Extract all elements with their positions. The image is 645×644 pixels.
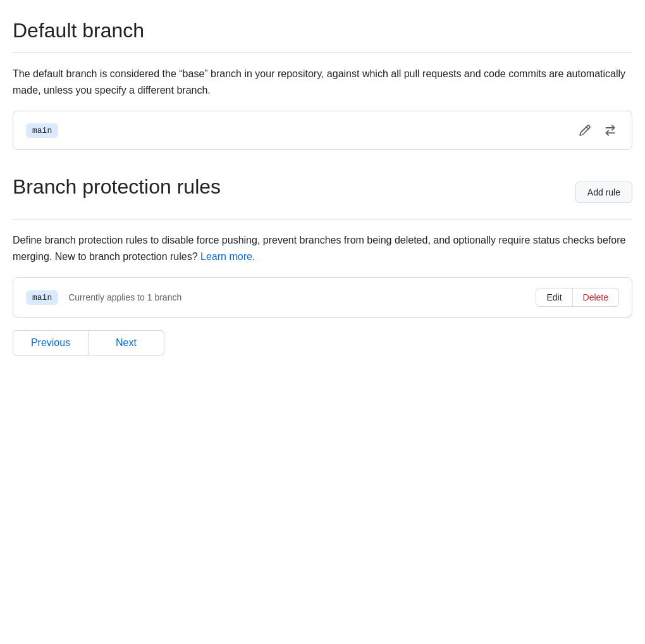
section-divider (13, 53, 632, 53)
branch-protection-header: Branch protection rules Add rule (13, 175, 632, 209)
default-branch-description: The default branch is considered the “ba… (13, 66, 632, 98)
rule-branch-tag: main (26, 290, 58, 305)
switch-icon (604, 124, 617, 137)
edit-rule-button[interactable]: Edit (536, 288, 572, 307)
default-branch-title: Default branch (13, 19, 632, 42)
pagination: Previous Next (13, 330, 632, 356)
add-rule-button[interactable]: Add rule (575, 182, 632, 203)
learn-more-link[interactable]: Learn more. (200, 251, 255, 262)
default-branch-box: main (13, 111, 632, 150)
rule-left-side: main Currently applies to 1 branch (26, 290, 181, 305)
rule-action-buttons: Edit Delete (536, 288, 619, 307)
edit-branch-button[interactable] (576, 121, 594, 139)
branch-rule-row: main Currently applies to 1 branch Edit … (13, 277, 632, 318)
description-text: Define branch protection rules to disabl… (13, 235, 625, 262)
delete-rule-button[interactable]: Delete (573, 288, 619, 307)
switch-branch-button[interactable] (601, 121, 619, 139)
previous-button[interactable]: Previous (13, 330, 89, 356)
protection-divider (13, 219, 632, 220)
applies-text: Currently applies to 1 branch (68, 292, 181, 302)
next-button[interactable]: Next (89, 330, 164, 356)
branch-protection-title: Branch protection rules (13, 175, 221, 199)
pencil-icon (579, 124, 591, 137)
branch-protection-description: Define branch protection rules to disabl… (13, 232, 632, 264)
default-branch-tag: main (26, 123, 58, 138)
branch-action-buttons (576, 121, 619, 139)
